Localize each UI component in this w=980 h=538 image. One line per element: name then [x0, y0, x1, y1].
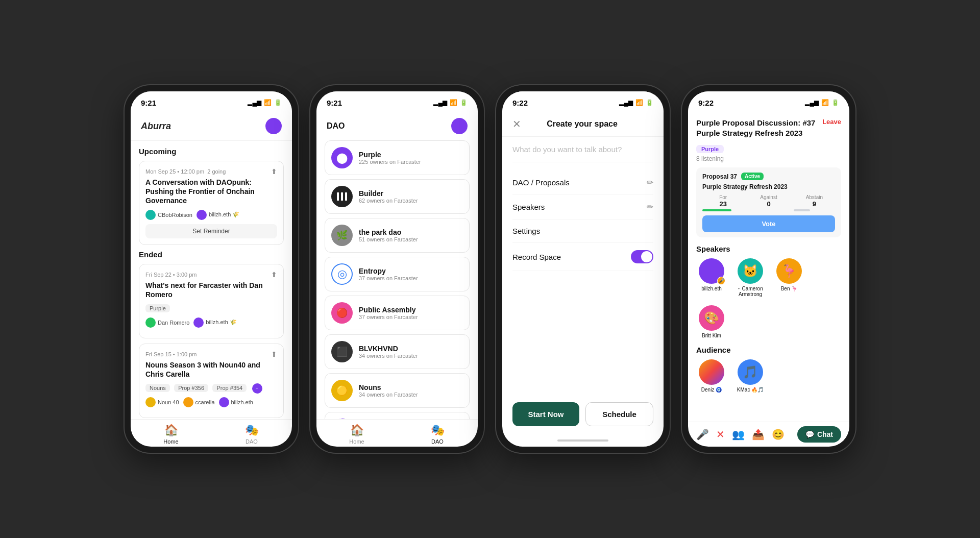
battery-icon-4: 🔋 [831, 99, 839, 106]
phone2-notch: 9:21 ▂▄▆ 📶 🔋 [316, 91, 478, 114]
vote-against-label: Against [748, 194, 789, 200]
phone2-header: DAO [316, 114, 478, 140]
dao-name-builder: Builder [359, 189, 418, 198]
audience-avatar-deniz [699, 359, 724, 385]
speaker-billzh: 🎤 billzh.eth [696, 258, 727, 297]
dao-page-title: DAO [327, 121, 345, 131]
chat-button[interactable]: 💬 Chat [797, 426, 841, 443]
speaker-avatar-brittkim: 🎨 [699, 305, 724, 331]
svg-rect-0 [337, 192, 339, 201]
add-icon[interactable]: + [252, 383, 262, 394]
dao-item-publicassembly[interactable]: 🔴 Public Assembly 37 owners on Farcaster [325, 296, 470, 330]
speaker-name-ben: Ben 🦩 [781, 286, 798, 291]
emoji-icon[interactable]: 😊 [772, 428, 785, 441]
dao-item-purpler[interactable]: + Purpler 23 owners on Farcaster [325, 412, 470, 419]
speaker-name-cameron: ·· Cameron Armstrong [735, 286, 766, 297]
settings-row[interactable]: Settings [512, 219, 653, 243]
prop356-tag: Prop #356 [174, 384, 208, 392]
dao-avatar-builder [331, 186, 353, 207]
phone3-notch: 9:22 ▂▄▆ 📶 🔋 [502, 91, 664, 114]
vote-for-label: For [702, 194, 744, 200]
tab-dao-2[interactable]: 🎭 DAO [397, 424, 478, 445]
share-icon-2[interactable]: ⬆ [271, 271, 277, 279]
speaker-avatar-billzh: 🎤 [699, 258, 724, 284]
purple-tag: Purple [145, 304, 170, 312]
dao-count-builder: 62 owners on Farcaster [359, 198, 418, 204]
attendee-name-7: billzh.eth [231, 399, 253, 405]
phone4-notch: 9:22 ▂▄▆ 📶 🔋 [688, 91, 849, 114]
dao-item-parkdao[interactable]: 🌿 the park dao 51 owners on Farcaster [325, 218, 470, 253]
chat-label: Chat [817, 430, 833, 438]
speaker-ben: 🦩 Ben 🦩 [774, 258, 804, 297]
phone4-time: 9:22 [698, 99, 714, 107]
battery-icon-3: 🔋 [646, 99, 653, 106]
user-avatar-2[interactable] [451, 118, 468, 134]
people-icon[interactable]: 👥 [732, 428, 745, 441]
svg-rect-2 [345, 192, 347, 201]
dao-count-purple: 225 owners on Farcaster [359, 159, 421, 165]
share-icon-3[interactable]: ⬆ [271, 350, 277, 358]
attendee-avatar-1 [145, 210, 156, 220]
phone-3: 9:22 ▂▄▆ 📶 🔋 ✕ Create your space What do… [496, 85, 670, 453]
user-avatar[interactable] [265, 118, 282, 134]
audience-name-kmac: KMac 🔥🎵 [737, 387, 764, 393]
ended1-title: What's next for Farcaster with Dan Romer… [145, 281, 277, 299]
tab-home-2[interactable]: 🏠 Home [316, 424, 397, 445]
phone4-body: Purple 8 listening Proposal 37 Active Pu… [688, 144, 849, 422]
share-icon-4[interactable]: 📤 [752, 428, 765, 441]
attendee-name-4: billzh.eth 🌾 [206, 319, 236, 326]
dao-item-builder[interactable]: Builder 62 owners on Farcaster [325, 179, 470, 214]
attendee-name-5: Noun 40 [158, 399, 179, 405]
audience-name-deniz: Deniz 🧿 [701, 387, 722, 393]
record-space-toggle[interactable] [631, 250, 653, 263]
dao-item-entropy[interactable]: ◎ Entropy 37 owners on Farcaster [325, 257, 470, 291]
phone2-time: 9:21 [327, 99, 342, 107]
active-badge: Active [741, 173, 764, 180]
tab-dao[interactable]: 🎭 DAO [211, 424, 292, 445]
signal-icon-3: ▂▄▆ [619, 99, 633, 106]
cancel-icon[interactable]: ✕ [716, 428, 725, 441]
audience-section-title: Audience [696, 346, 841, 354]
listening-count: 8 listening [696, 155, 841, 162]
ended2-title: Nouns Season 3 with Noun40 and Chris Car… [145, 360, 277, 379]
home-icon-2: 🏠 [350, 424, 364, 437]
schedule-button[interactable]: Schedule [585, 402, 653, 426]
phone-1: 9:21 ▂▄▆ 📶 🔋 Aburra Upcoming [125, 85, 298, 453]
mute-icon[interactable]: 🎤 [696, 428, 709, 441]
mic-badge-billzh: 🎤 [717, 277, 725, 285]
dao-avatar-purple: ⬤ [331, 147, 353, 168]
phone1-header: Aburra [131, 114, 292, 141]
footer-icons: 🎤 ✕ 👥 📤 😊 [696, 428, 785, 441]
phone3-body: What do you want to talk about? DAO / Pr… [502, 137, 664, 394]
event-title: A Conversation with DAOpunk: Pushing the… [145, 178, 277, 206]
attendee-name-6: ccarella [195, 399, 215, 405]
event-card-ended-2: Fri Sep 15 • 1:00 pm ⬆ Nouns Season 3 wi… [139, 344, 284, 418]
vote-abstain-count: 9 [794, 200, 835, 208]
vote-abstain: Abstain 9 [794, 194, 835, 211]
share-icon[interactable]: ⬆ [271, 167, 277, 176]
space-topic-input[interactable]: What do you want to talk about? [512, 145, 653, 162]
tab-home-label: Home [163, 438, 178, 445]
dao-icon: 🎭 [245, 424, 259, 437]
tab-home[interactable]: 🏠 Home [131, 424, 211, 445]
dao-name-purple: Purple [359, 151, 421, 159]
create-space-title: Create your space [529, 119, 635, 129]
dao-item-nouns[interactable]: 🟡 Nouns 34 owners on Farcaster [325, 373, 470, 408]
record-space-row[interactable]: Record Space [512, 243, 653, 271]
dao-item-purple[interactable]: ⬤ Purple 225 owners on Farcaster [325, 140, 470, 175]
dao-avatar-blvkhvnd: ⬛ [331, 341, 353, 362]
phone1-time: 9:21 [141, 99, 156, 107]
vote-bar-abstain [794, 209, 811, 211]
close-icon[interactable]: ✕ [512, 118, 521, 130]
speaker-brittkim: 🎨 Britt Kim [696, 305, 727, 338]
set-reminder-button[interactable]: Set Reminder [145, 224, 277, 238]
dao-name-blvkhvnd: BLVKHVND [359, 345, 418, 353]
vote-button[interactable]: Vote [702, 215, 835, 232]
start-now-button[interactable]: Start Now [512, 402, 579, 426]
dao-proposals-row[interactable]: DAO / Proposals ✏ [512, 170, 653, 195]
dao-name-entropy: Entropy [359, 267, 418, 275]
ended1-meta: Fri Sep 22 • 3:00 pm [145, 272, 197, 278]
speakers-row[interactable]: Speakers ✏ [512, 195, 653, 219]
leave-button[interactable]: Leave [818, 118, 841, 126]
dao-item-blvkhvnd[interactable]: ⬛ BLVKHVND 34 owners on Farcaster [325, 334, 470, 369]
